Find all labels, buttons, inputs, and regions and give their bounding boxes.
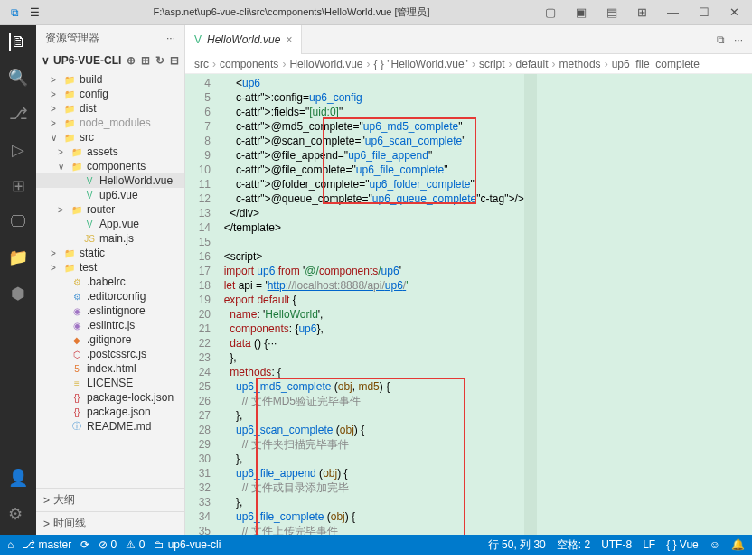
tree-item[interactable]: >📁static	[36, 246, 184, 260]
code-line[interactable]: c-attr">@queue_complete="up6_queue_compl…	[218, 191, 524, 206]
tree-item[interactable]: VApp.vue	[36, 217, 184, 231]
new-folder-icon[interactable]: ⊞	[141, 54, 150, 67]
remote-icon[interactable]: 🖵	[10, 212, 26, 231]
code-line[interactable]: c-attr">@md5_complete="up6_md5_complete"	[218, 119, 524, 134]
code-line[interactable]: components: {up6},	[218, 322, 524, 336]
tree-item[interactable]: >📁router	[36, 202, 184, 217]
layout-btn-2[interactable]: ▣	[570, 4, 592, 21]
code-line[interactable]: },	[218, 452, 524, 466]
code-line[interactable]: c-attr">:fields="[uid:0]"	[218, 105, 524, 119]
tree-item[interactable]: >📁node_modules	[36, 116, 184, 130]
code-line[interactable]: },	[218, 495, 524, 509]
tree-item[interactable]: ⓘREADME.md	[36, 419, 184, 434]
new-file-icon[interactable]: ⊕	[127, 54, 136, 67]
minimap[interactable]	[524, 74, 537, 535]
breadcrumb-seg[interactable]: components	[220, 58, 278, 70]
split-icon[interactable]: ⧉	[717, 33, 725, 46]
code-line[interactable]: },	[218, 408, 524, 423]
breadcrumb-seg[interactable]: default	[516, 58, 549, 70]
code-line[interactable]: // 文件夹扫描完毕事件	[218, 437, 524, 452]
breadcrumb[interactable]: src›components›HelloWorld.vue›{ } "Hello…	[185, 54, 752, 74]
code-line[interactable]: // 文件MD5验证完毕事件	[218, 394, 524, 408]
breadcrumb-seg[interactable]: src	[194, 58, 209, 70]
code-line[interactable]: let api = 'http://localhost:8888/api/up6…	[218, 278, 524, 293]
code-line[interactable]: <up6	[218, 76, 524, 90]
code-line[interactable]: c-attr">@scan_complete="up6_scan_complet…	[218, 134, 524, 148]
code-line[interactable]: c-attr">:config=up6_config	[218, 90, 524, 105]
tree-item[interactable]: >📁config	[36, 87, 184, 101]
remote-indicator[interactable]: ⌂	[7, 538, 14, 551]
warnings[interactable]: ⚠ 0	[126, 538, 145, 551]
code-line[interactable]: export default {	[218, 293, 524, 307]
code-line[interactable]: },	[218, 350, 524, 365]
search-icon[interactable]: 🔍	[8, 68, 28, 88]
language[interactable]: { } Vue	[666, 538, 699, 551]
code-line[interactable]: up6_file_complete (obj) {	[218, 509, 524, 524]
sidebar-root[interactable]: ∨ UP6-VUE-CLI ⊕ ⊞ ↻ ⊟	[36, 51, 184, 70]
code-lines[interactable]: <up6 c-attr">:config=up6_config c-attr">…	[218, 74, 524, 535]
tree-item[interactable]: >📁test	[36, 260, 184, 275]
code-line[interactable]: </template>	[218, 220, 524, 235]
tree-item[interactable]: JSmain.js	[36, 231, 184, 246]
layout-btn-4[interactable]: ⊞	[632, 4, 653, 21]
tree-item[interactable]: >📁dist	[36, 101, 184, 116]
code-line[interactable]: <script>	[218, 249, 524, 264]
indent[interactable]: 空格: 2	[557, 537, 590, 553]
tree-item[interactable]: ∨📁src	[36, 130, 184, 145]
layout-btn-1[interactable]: ▢	[540, 4, 561, 21]
layout-btn-3[interactable]: ▤	[601, 4, 623, 21]
timeline-section[interactable]: >时间线	[36, 511, 184, 535]
maximize-button[interactable]: ☐	[693, 4, 715, 21]
scm-icon[interactable]: ⎇	[9, 104, 28, 124]
code-line[interactable]: up6_md5_complete (obj, md5) {	[218, 379, 524, 394]
extensions-icon[interactable]: ⊞	[12, 176, 25, 196]
debug-icon[interactable]: ▷	[12, 140, 24, 160]
outline-section[interactable]: >大纲	[36, 488, 184, 511]
tree-item[interactable]: {}package-lock.json	[36, 390, 184, 405]
explorer-icon[interactable]: 🗎	[9, 33, 27, 51]
code-line[interactable]: methods: {	[218, 365, 524, 379]
breadcrumb-seg[interactable]: script	[479, 58, 505, 70]
code-line[interactable]: import up6 from '@/components/up6'	[218, 264, 524, 278]
code-area[interactable]: 4567891011121314151617181920212223242526…	[185, 74, 752, 535]
tree-item[interactable]: 5index.html	[36, 361, 184, 376]
tree-item[interactable]: ◉.eslintignore	[36, 303, 184, 318]
tree-item[interactable]: ⚙.babelrc	[36, 275, 184, 289]
encoding[interactable]: UTF-8	[601, 538, 632, 551]
code-line[interactable]: // 文件或目录添加完毕	[218, 481, 524, 495]
more-icon[interactable]: ···	[166, 32, 175, 44]
breadcrumb-seg[interactable]: HelloWorld.vue	[289, 58, 362, 70]
folder-icon[interactable]: 📁	[8, 247, 28, 267]
code-line[interactable]: up6_scan_complete (obj) {	[218, 423, 524, 437]
close-button[interactable]: ✕	[724, 4, 745, 21]
tree-item[interactable]: >📁assets	[36, 145, 184, 159]
cursor-position[interactable]: 行 50, 列 30	[488, 537, 546, 553]
tab-helloworld[interactable]: V HelloWorld.vue ×	[185, 25, 302, 54]
feedback-icon[interactable]: ☺	[710, 538, 720, 551]
tree-item[interactable]: ⬡.postcssrc.js	[36, 347, 184, 361]
gear-icon[interactable]: ⚙	[8, 504, 28, 524]
breadcrumb-seg[interactable]: methods	[559, 58, 601, 70]
tree-item[interactable]: Vup6.vue	[36, 188, 184, 202]
code-line[interactable]: name: 'HelloWorld',	[218, 307, 524, 322]
code-line[interactable]: c-attr">@folder_complete="up6_folder_com…	[218, 177, 524, 191]
collapse-icon[interactable]: ⊟	[170, 54, 179, 67]
account-icon[interactable]: 👤	[8, 468, 28, 488]
sync-icon[interactable]: ⟳	[80, 538, 89, 551]
tree-item[interactable]: >📁build	[36, 72, 184, 87]
hamburger-icon[interactable]: ☰	[26, 5, 43, 21]
code-line[interactable]	[218, 235, 524, 249]
tree-item[interactable]: VHelloWorld.vue	[36, 173, 184, 188]
tree-item[interactable]: ⚙.editorconfig	[36, 289, 184, 303]
eol[interactable]: LF	[643, 538, 655, 551]
code-line[interactable]: data () {···	[218, 336, 524, 350]
errors[interactable]: ⊘ 0	[99, 538, 117, 551]
tree-item[interactable]: ∨📁components	[36, 159, 184, 173]
tree-item[interactable]: ◉.eslintrc.js	[36, 318, 184, 332]
refresh-icon[interactable]: ↻	[155, 54, 164, 67]
tree-item[interactable]: ◆.gitignore	[36, 332, 184, 347]
folder[interactable]: 🗀 up6-vue-cli	[154, 538, 221, 551]
branch[interactable]: ⎇ master	[23, 538, 71, 551]
close-tab-icon[interactable]: ×	[286, 33, 292, 46]
minimize-button[interactable]: —	[662, 4, 684, 21]
